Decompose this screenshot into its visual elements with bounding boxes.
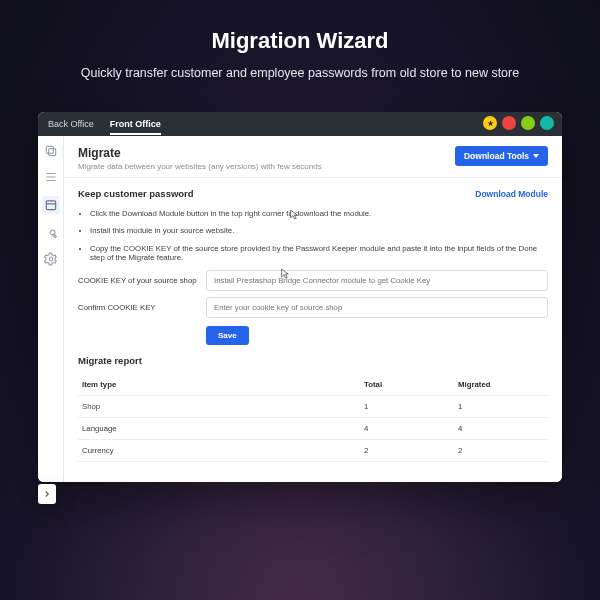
cell: Currency xyxy=(78,440,360,462)
cell: Shop xyxy=(78,396,360,418)
wrench-icon[interactable] xyxy=(44,226,58,240)
instr-bullet: Install this module in your source websi… xyxy=(90,226,548,235)
cell: 4 xyxy=(454,418,548,440)
star-icon[interactable]: ★ xyxy=(483,116,497,130)
svg-rect-5 xyxy=(46,201,55,210)
download-tools-button[interactable]: Download Tools xyxy=(455,146,548,166)
report-table: Item type Total Migrated Shop 1 1 Langua… xyxy=(78,374,548,462)
list-icon[interactable] xyxy=(44,170,58,184)
cell: Language xyxy=(78,418,360,440)
confirm-cookie-label: Confirm COOKIE KEY xyxy=(78,303,206,312)
save-button[interactable]: Save xyxy=(206,326,249,345)
table-row: Language 4 4 xyxy=(78,418,548,440)
col-migrated: Migrated xyxy=(454,374,548,396)
cell: 4 xyxy=(360,418,454,440)
tab-front-office[interactable]: Front Office xyxy=(110,119,161,129)
report-heading: Migrate report xyxy=(78,355,548,366)
chevron-right-icon xyxy=(42,489,52,499)
copy-icon[interactable] xyxy=(44,144,58,158)
page-title: Migrate xyxy=(78,146,455,160)
expand-tab-button[interactable] xyxy=(38,484,56,504)
col-item: Item type xyxy=(78,374,360,396)
cell: 1 xyxy=(360,396,454,418)
col-total: Total xyxy=(360,374,454,396)
cell: 1 xyxy=(454,396,548,418)
status-green-icon[interactable] xyxy=(521,116,535,130)
status-red-icon[interactable] xyxy=(502,116,516,130)
download-module-link[interactable]: Download Module xyxy=(475,189,548,199)
page-header: Migrate Migrate data between your websit… xyxy=(64,136,562,178)
confirm-cookie-input[interactable] xyxy=(206,297,548,318)
svg-rect-1 xyxy=(46,146,53,153)
svg-rect-0 xyxy=(48,149,55,156)
cell: 2 xyxy=(360,440,454,462)
gear-icon[interactable] xyxy=(44,252,58,266)
tab-back-office[interactable]: Back Office xyxy=(48,119,94,129)
cookie-key-label: COOKIE KEY of your source shop xyxy=(78,276,206,285)
download-tools-label: Download Tools xyxy=(464,151,529,161)
cell: 2 xyxy=(454,440,548,462)
hero-title: Migration Wizard xyxy=(0,28,600,54)
hero-subtitle: Quickly transfer customer and employee p… xyxy=(0,66,600,80)
instr-bullet: Click the Download Module button in the … xyxy=(90,209,548,218)
cookie-key-input[interactable] xyxy=(206,270,548,291)
svg-point-7 xyxy=(49,257,53,261)
topbar: Back Office Front Office ★ xyxy=(38,112,562,136)
app-window: Back Office Front Office ★ Migrate Migra… xyxy=(38,112,562,482)
topbar-icons: ★ xyxy=(483,116,554,130)
chevron-down-icon xyxy=(533,154,539,158)
calendar-icon[interactable] xyxy=(42,196,60,214)
keep-password-heading: Keep customer password xyxy=(78,188,194,199)
instr-bullet: Copy the COOKIE KEY of the source store … xyxy=(90,244,548,263)
table-row: Currency 2 2 xyxy=(78,440,548,462)
page-subtitle: Migrate data between your websites (any … xyxy=(78,162,455,171)
status-teal-icon[interactable] xyxy=(540,116,554,130)
table-row: Shop 1 1 xyxy=(78,396,548,418)
sidebar xyxy=(38,136,64,482)
